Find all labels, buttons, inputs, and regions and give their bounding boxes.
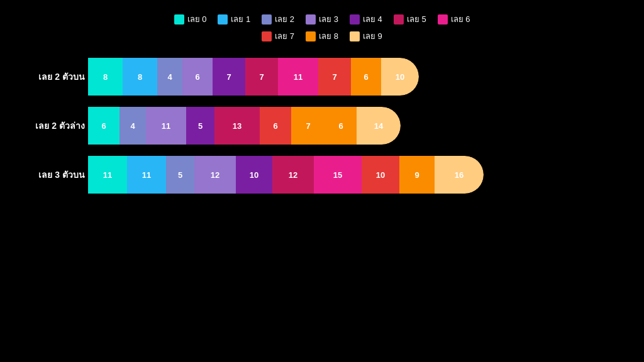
legend-item-0: เลย 0 bbox=[174, 13, 207, 26]
bar-segment-2-7: 10 bbox=[362, 156, 399, 194]
bar-container-2: 111151210121510916 bbox=[88, 156, 484, 194]
bar-segment-0-3: 6 bbox=[182, 58, 213, 96]
legend-item-5: เลย 5 bbox=[394, 13, 426, 26]
bar-segment-1-7: 6 bbox=[325, 107, 357, 145]
chart-row-0: เลย 2 ตัวบน884677117610 bbox=[88, 58, 631, 96]
bar-container-1: 641151367614 bbox=[88, 107, 401, 145]
bar-segment-2-8: 9 bbox=[399, 156, 435, 194]
bar-segment-0-0: 8 bbox=[88, 58, 123, 96]
legend-color-2 bbox=[262, 14, 272, 25]
legend-item-r2-0: เลย 7 bbox=[262, 30, 294, 43]
chart-row-2: เลย 3 ตัวบน111151210121510916 bbox=[88, 156, 631, 194]
bar-segment-1-2: 11 bbox=[146, 107, 186, 145]
bar-segment-0-9: 10 bbox=[381, 58, 419, 96]
bar-segment-0-8: 6 bbox=[351, 58, 381, 96]
bar-segment-2-5: 12 bbox=[272, 156, 314, 194]
legend-item-r2-2: เลย 9 bbox=[350, 30, 382, 43]
legend-item-6: เลย 6 bbox=[438, 13, 470, 26]
legend-row-1: เลย 0เลย 1เลย 2เลย 3เลย 4เลย 5เลย 6 bbox=[174, 13, 470, 26]
row-label-0: เลย 2 ตัวบน bbox=[13, 70, 85, 84]
legend-item-3: เลย 3 bbox=[306, 13, 338, 26]
bar-segment-0-1: 8 bbox=[123, 58, 157, 96]
bar-segment-1-0: 6 bbox=[88, 107, 119, 145]
bar-segment-0-6: 11 bbox=[278, 58, 318, 96]
legend-label-r2-2: เลย 9 bbox=[363, 30, 382, 43]
bar-segment-0-2: 4 bbox=[157, 58, 182, 96]
legend-color-6 bbox=[438, 14, 448, 25]
bar-segment-1-8: 14 bbox=[357, 107, 401, 145]
row-label-2: เลย 3 ตัวบน bbox=[13, 168, 85, 182]
bar-segment-2-6: 15 bbox=[314, 156, 362, 194]
bar-segment-2-1: 11 bbox=[127, 156, 166, 194]
legend-item-2: เลย 2 bbox=[262, 13, 294, 26]
legend-label-0: เลย 0 bbox=[187, 13, 207, 26]
legend-color-1 bbox=[218, 14, 228, 25]
legend-label-r2-1: เลย 8 bbox=[319, 30, 338, 43]
legend-label-3: เลย 3 bbox=[319, 13, 338, 26]
bar-segment-1-4: 13 bbox=[214, 107, 260, 145]
legend-label-5: เลย 5 bbox=[407, 13, 426, 26]
legend-color-4 bbox=[350, 14, 360, 25]
chart-area: เลย 2 ตัวบน884677117610เลย 2 ตัวล่าง6411… bbox=[13, 58, 631, 194]
legend-label-6: เลย 6 bbox=[451, 13, 470, 26]
legend-color-r2-0 bbox=[262, 31, 272, 41]
bar-segment-0-7: 7 bbox=[318, 58, 351, 96]
legend-row-2: เลย 7เลย 8เลย 9 bbox=[262, 30, 382, 43]
bar-segment-1-3: 5 bbox=[186, 107, 214, 145]
chart-row-1: เลย 2 ตัวล่าง641151367614 bbox=[88, 107, 631, 145]
legend-label-2: เลย 2 bbox=[275, 13, 294, 26]
row-label-1: เลย 2 ตัวล่าง bbox=[13, 119, 85, 133]
legend-color-3 bbox=[306, 14, 316, 25]
legend-label-r2-0: เลย 7 bbox=[275, 30, 294, 43]
bar-segment-1-1: 4 bbox=[119, 107, 146, 145]
legend-item-1: เลย 1 bbox=[218, 13, 250, 26]
bar-segment-1-6: 7 bbox=[291, 107, 325, 145]
legend-item-r2-1: เลย 8 bbox=[306, 30, 338, 43]
legend-color-5 bbox=[394, 14, 404, 25]
legend-label-1: เลย 1 bbox=[231, 13, 250, 26]
bar-segment-1-5: 6 bbox=[260, 107, 291, 145]
legend-color-r2-1 bbox=[306, 31, 316, 41]
legend-item-4: เลย 4 bbox=[350, 13, 382, 26]
bar-segment-0-5: 7 bbox=[245, 58, 278, 96]
bar-segment-2-0: 11 bbox=[88, 156, 127, 194]
main-container: เลย 0เลย 1เลย 2เลย 3เลย 4เลย 5เลย 6 เลย … bbox=[0, 0, 644, 362]
bar-segment-2-2: 5 bbox=[166, 156, 194, 194]
legend-label-4: เลย 4 bbox=[363, 13, 382, 26]
bar-segment-2-3: 12 bbox=[194, 156, 236, 194]
bar-segment-2-9: 16 bbox=[435, 156, 484, 194]
bar-segment-2-4: 10 bbox=[236, 156, 272, 194]
bar-segment-0-4: 7 bbox=[213, 58, 245, 96]
legend-color-0 bbox=[174, 14, 184, 25]
legend-color-r2-2 bbox=[350, 31, 360, 41]
legend: เลย 0เลย 1เลย 2เลย 3เลย 4เลย 5เลย 6 เลย … bbox=[13, 13, 631, 47]
bar-container-0: 884677117610 bbox=[88, 58, 419, 96]
